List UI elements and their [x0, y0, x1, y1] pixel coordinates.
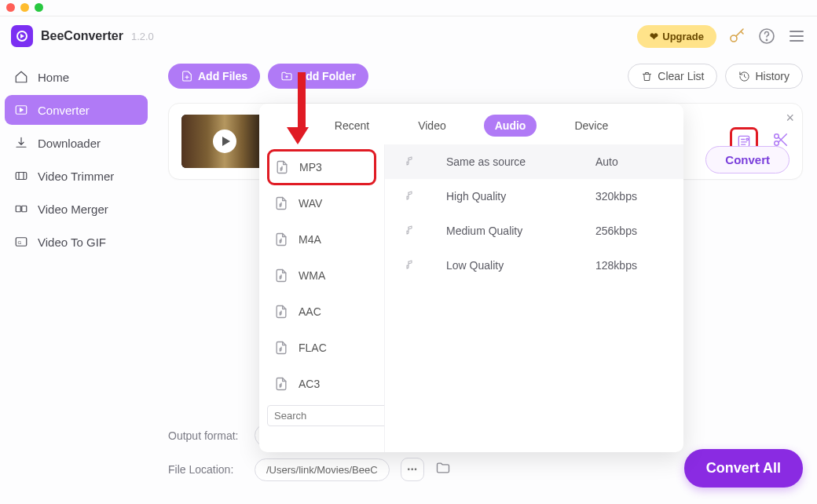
menu-icon[interactable]: [787, 27, 806, 46]
window-titlebar: [0, 0, 817, 14]
history-label: History: [755, 70, 790, 82]
svg-text:G: G: [18, 240, 22, 245]
format-list[interactable]: MP3 WAV M4A WMA AAC FLAC: [259, 144, 385, 452]
sidebar-item-label: Video Merger: [38, 203, 108, 216]
download-icon: [14, 136, 28, 150]
quality-name: Same as source: [446, 155, 564, 168]
heart-icon: ❤: [650, 31, 658, 42]
format-popup: Recent Video Audio Device MP3 WAV M4A WM…: [259, 104, 683, 452]
tab-device[interactable]: Device: [563, 115, 619, 137]
music-note-icon: [402, 190, 415, 203]
sidebar-item-label: Downloader: [38, 137, 101, 150]
format-item-flac[interactable]: FLAC: [267, 330, 376, 366]
music-note-icon: [402, 225, 415, 237]
folder-plus-icon: [280, 70, 293, 82]
svg-point-2: [766, 39, 767, 40]
format-item-wma[interactable]: WMA: [267, 257, 376, 294]
sidebar-item-label: Converter: [38, 104, 90, 117]
audio-file-icon: [273, 268, 289, 283]
svg-point-10: [746, 138, 749, 141]
top-bar: BeeConverter 1.2.0 ❤ Upgrade: [0, 16, 817, 56]
quality-rate: 256kbps: [595, 225, 637, 237]
tab-video[interactable]: Video: [407, 115, 457, 137]
tab-audio[interactable]: Audio: [484, 115, 537, 137]
format-item-ac3[interactable]: AC3: [267, 366, 376, 402]
upgrade-label: Upgrade: [662, 31, 704, 42]
quality-name: Low Quality: [446, 259, 564, 272]
svg-rect-4: [16, 173, 27, 180]
convert-all-button[interactable]: Convert All: [684, 449, 803, 488]
merger-icon: [14, 202, 28, 216]
clear-list-button[interactable]: Clear List: [628, 64, 717, 89]
add-files-label: Add Files: [198, 70, 247, 82]
quality-item-medium[interactable]: Medium Quality 256kbps: [385, 214, 683, 248]
quality-item-same[interactable]: Same as source Auto: [385, 144, 683, 179]
format-item-wav[interactable]: WAV: [267, 185, 376, 221]
key-icon[interactable]: [727, 27, 746, 46]
gif-icon: G: [14, 235, 28, 249]
sidebar-item-label: Video To GIF: [38, 236, 106, 249]
format-label: WAV: [299, 197, 322, 210]
sidebar-item-converter[interactable]: Converter: [5, 95, 148, 125]
audio-file-icon: [273, 376, 289, 392]
sidebar-item-gif[interactable]: G Video To GIF: [5, 227, 148, 257]
quality-list: Same as source Auto High Quality 320kbps…: [385, 144, 683, 452]
open-folder-icon[interactable]: [435, 460, 451, 479]
svg-rect-5: [16, 206, 20, 212]
sidebar-item-merger[interactable]: Video Merger: [5, 194, 148, 224]
sidebar-item-label: Home: [38, 71, 69, 84]
audio-file-icon: [273, 232, 289, 247]
quality-item-low[interactable]: Low Quality 128kbps: [385, 248, 683, 283]
browse-more-button[interactable]: ···: [401, 458, 424, 481]
convert-button[interactable]: Convert: [705, 146, 790, 173]
add-folder-label: Add Folder: [298, 70, 356, 82]
file-plus-icon: [181, 70, 193, 82]
audio-file-icon: [273, 304, 289, 320]
app-logo-icon: [11, 25, 33, 47]
history-button[interactable]: History: [725, 64, 803, 89]
quality-rate: Auto: [595, 155, 618, 168]
sidebar-item-label: Video Trimmer: [38, 170, 114, 183]
audio-file-icon: [273, 195, 289, 211]
tab-recent[interactable]: Recent: [324, 115, 380, 137]
sidebar-item-trimmer[interactable]: Video Trimmer: [5, 161, 148, 191]
trimmer-icon: [14, 169, 28, 183]
format-label: AAC: [299, 305, 321, 318]
traffic-min-icon[interactable]: [20, 3, 29, 12]
help-icon[interactable]: [757, 27, 776, 46]
format-item-m4a[interactable]: M4A: [267, 221, 376, 257]
traffic-close-icon[interactable]: [6, 3, 15, 12]
app-title: BeeConverter: [41, 29, 123, 43]
format-search-input[interactable]: [267, 405, 385, 426]
sidebar: Home Converter Downloader Video Trimmer …: [0, 56, 152, 503]
file-location-label: File Location:: [168, 463, 244, 476]
clear-list-label: Clear List: [658, 70, 704, 82]
history-icon: [738, 71, 750, 82]
quality-rate: 128kbps: [595, 259, 637, 272]
format-item-aac[interactable]: AAC: [267, 294, 376, 330]
add-folder-button[interactable]: Add Folder: [268, 64, 368, 89]
close-icon[interactable]: ×: [786, 110, 794, 126]
format-label: WMA: [299, 269, 325, 282]
svg-rect-6: [22, 206, 27, 212]
format-item-mp3[interactable]: MP3: [267, 149, 376, 185]
audio-file-icon: [273, 340, 289, 356]
sidebar-item-downloader[interactable]: Downloader: [5, 128, 148, 158]
quality-name: Medium Quality: [446, 225, 564, 237]
video-thumbnail[interactable]: [181, 115, 268, 168]
quality-name: High Quality: [446, 190, 564, 203]
quality-rate: 320kbps: [595, 190, 637, 203]
quality-item-high[interactable]: High Quality 320kbps: [385, 179, 683, 214]
traffic-max-icon[interactable]: [35, 3, 43, 12]
trash-icon: [641, 71, 653, 82]
sidebar-item-home[interactable]: Home: [5, 62, 148, 92]
play-icon: [213, 130, 236, 153]
music-note-icon: [402, 155, 415, 168]
popup-tabs: Recent Video Audio Device: [259, 104, 683, 144]
upgrade-button[interactable]: ❤ Upgrade: [637, 25, 716, 48]
add-files-button[interactable]: Add Files: [168, 64, 260, 89]
home-icon: [14, 70, 28, 84]
file-location-value: /Users/link/Movies/BeeC: [266, 464, 378, 476]
file-location-field[interactable]: /Users/link/Movies/BeeC: [255, 458, 390, 481]
output-format-label: Output format:: [168, 429, 244, 442]
